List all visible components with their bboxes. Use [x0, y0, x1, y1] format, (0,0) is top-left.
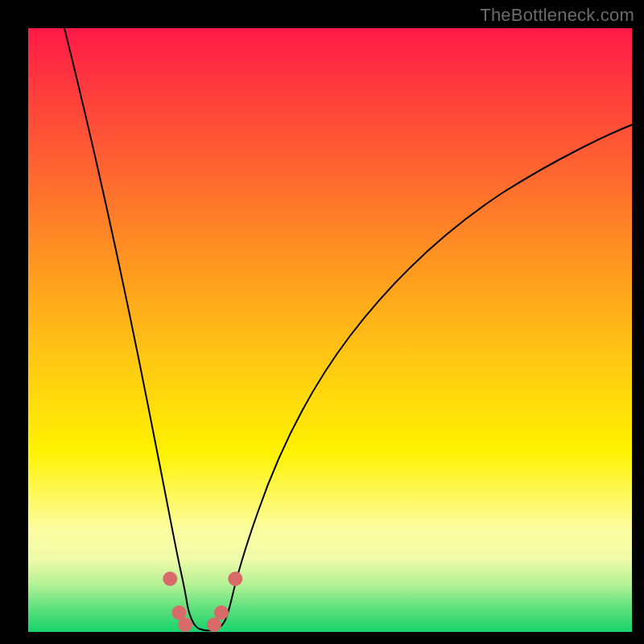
bottleneck-curve	[64, 28, 632, 630]
curve-marker	[207, 617, 221, 632]
curve-marker	[228, 572, 242, 586]
curve-marker	[163, 572, 177, 586]
curve-marker	[178, 617, 192, 632]
watermark-text: TheBottleneck.com	[480, 5, 634, 26]
curve-layer	[28, 28, 632, 632]
chart-frame: TheBottleneck.com	[0, 0, 644, 644]
plot-area	[28, 28, 632, 632]
curve-marker	[214, 605, 229, 620]
